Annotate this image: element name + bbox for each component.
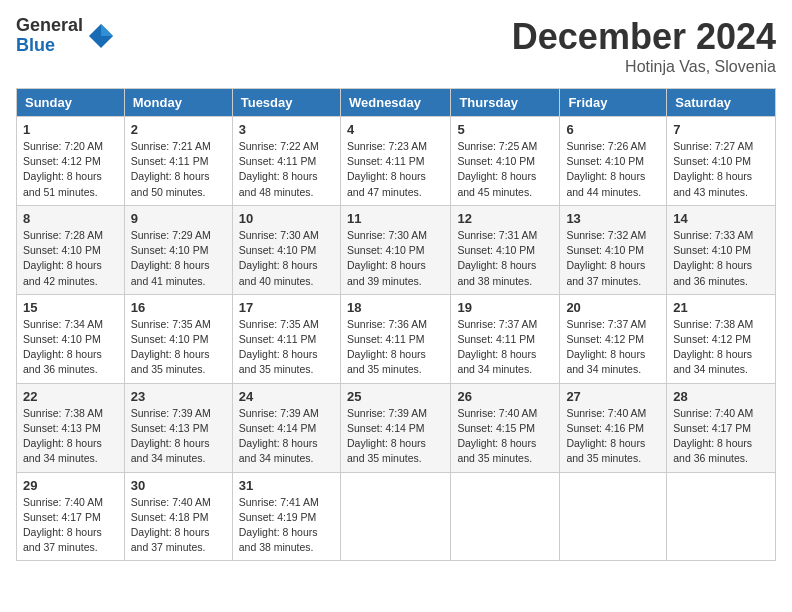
calendar-cell: 18Sunrise: 7:36 AMSunset: 4:11 PMDayligh… — [340, 294, 450, 383]
calendar-cell: 21Sunrise: 7:38 AMSunset: 4:12 PMDayligh… — [667, 294, 776, 383]
calendar-cell: 3Sunrise: 7:22 AMSunset: 4:11 PMDaylight… — [232, 117, 340, 206]
day-number: 1 — [23, 122, 118, 137]
calendar-cell: 1Sunrise: 7:20 AMSunset: 4:12 PMDaylight… — [17, 117, 125, 206]
day-info: Sunrise: 7:40 AMSunset: 4:18 PMDaylight:… — [131, 495, 226, 556]
day-info: Sunrise: 7:20 AMSunset: 4:12 PMDaylight:… — [23, 139, 118, 200]
day-number: 21 — [673, 300, 769, 315]
calendar-week-row: 22Sunrise: 7:38 AMSunset: 4:13 PMDayligh… — [17, 383, 776, 472]
calendar-cell: 2Sunrise: 7:21 AMSunset: 4:11 PMDaylight… — [124, 117, 232, 206]
calendar-cell: 5Sunrise: 7:25 AMSunset: 4:10 PMDaylight… — [451, 117, 560, 206]
logo: General Blue — [16, 16, 115, 56]
day-info: Sunrise: 7:40 AMSunset: 4:17 PMDaylight:… — [673, 406, 769, 467]
calendar-cell: 12Sunrise: 7:31 AMSunset: 4:10 PMDayligh… — [451, 205, 560, 294]
day-number: 6 — [566, 122, 660, 137]
day-number: 31 — [239, 478, 334, 493]
header-monday: Monday — [124, 89, 232, 117]
day-info: Sunrise: 7:31 AMSunset: 4:10 PMDaylight:… — [457, 228, 553, 289]
day-number: 15 — [23, 300, 118, 315]
day-info: Sunrise: 7:25 AMSunset: 4:10 PMDaylight:… — [457, 139, 553, 200]
day-info: Sunrise: 7:40 AMSunset: 4:16 PMDaylight:… — [566, 406, 660, 467]
day-number: 4 — [347, 122, 444, 137]
calendar-cell: 24Sunrise: 7:39 AMSunset: 4:14 PMDayligh… — [232, 383, 340, 472]
day-info: Sunrise: 7:35 AMSunset: 4:10 PMDaylight:… — [131, 317, 226, 378]
day-info: Sunrise: 7:36 AMSunset: 4:11 PMDaylight:… — [347, 317, 444, 378]
calendar-cell: 15Sunrise: 7:34 AMSunset: 4:10 PMDayligh… — [17, 294, 125, 383]
day-number: 13 — [566, 211, 660, 226]
day-number: 8 — [23, 211, 118, 226]
calendar-cell: 28Sunrise: 7:40 AMSunset: 4:17 PMDayligh… — [667, 383, 776, 472]
calendar-cell: 25Sunrise: 7:39 AMSunset: 4:14 PMDayligh… — [340, 383, 450, 472]
day-info: Sunrise: 7:28 AMSunset: 4:10 PMDaylight:… — [23, 228, 118, 289]
day-number: 25 — [347, 389, 444, 404]
day-number: 14 — [673, 211, 769, 226]
calendar-cell: 23Sunrise: 7:39 AMSunset: 4:13 PMDayligh… — [124, 383, 232, 472]
calendar-cell: 20Sunrise: 7:37 AMSunset: 4:12 PMDayligh… — [560, 294, 667, 383]
header-saturday: Saturday — [667, 89, 776, 117]
day-info: Sunrise: 7:22 AMSunset: 4:11 PMDaylight:… — [239, 139, 334, 200]
calendar-table: Sunday Monday Tuesday Wednesday Thursday… — [16, 88, 776, 561]
calendar-cell: 30Sunrise: 7:40 AMSunset: 4:18 PMDayligh… — [124, 472, 232, 561]
header-sunday: Sunday — [17, 89, 125, 117]
calendar-week-row: 8Sunrise: 7:28 AMSunset: 4:10 PMDaylight… — [17, 205, 776, 294]
day-number: 7 — [673, 122, 769, 137]
calendar-cell — [340, 472, 450, 561]
day-number: 30 — [131, 478, 226, 493]
day-number: 26 — [457, 389, 553, 404]
day-info: Sunrise: 7:38 AMSunset: 4:13 PMDaylight:… — [23, 406, 118, 467]
day-info: Sunrise: 7:27 AMSunset: 4:10 PMDaylight:… — [673, 139, 769, 200]
location: Hotinja Vas, Slovenia — [512, 58, 776, 76]
title-section: December 2024 Hotinja Vas, Slovenia — [512, 16, 776, 76]
logo-general: General — [16, 16, 83, 36]
calendar-week-row: 29Sunrise: 7:40 AMSunset: 4:17 PMDayligh… — [17, 472, 776, 561]
header-friday: Friday — [560, 89, 667, 117]
calendar-cell: 4Sunrise: 7:23 AMSunset: 4:11 PMDaylight… — [340, 117, 450, 206]
day-number: 16 — [131, 300, 226, 315]
day-info: Sunrise: 7:33 AMSunset: 4:10 PMDaylight:… — [673, 228, 769, 289]
header-thursday: Thursday — [451, 89, 560, 117]
day-number: 2 — [131, 122, 226, 137]
day-info: Sunrise: 7:37 AMSunset: 4:11 PMDaylight:… — [457, 317, 553, 378]
calendar-cell: 7Sunrise: 7:27 AMSunset: 4:10 PMDaylight… — [667, 117, 776, 206]
day-info: Sunrise: 7:40 AMSunset: 4:17 PMDaylight:… — [23, 495, 118, 556]
day-number: 3 — [239, 122, 334, 137]
day-number: 28 — [673, 389, 769, 404]
day-info: Sunrise: 7:30 AMSunset: 4:10 PMDaylight:… — [347, 228, 444, 289]
calendar-week-row: 15Sunrise: 7:34 AMSunset: 4:10 PMDayligh… — [17, 294, 776, 383]
day-info: Sunrise: 7:39 AMSunset: 4:14 PMDaylight:… — [239, 406, 334, 467]
day-info: Sunrise: 7:35 AMSunset: 4:11 PMDaylight:… — [239, 317, 334, 378]
header-tuesday: Tuesday — [232, 89, 340, 117]
day-info: Sunrise: 7:38 AMSunset: 4:12 PMDaylight:… — [673, 317, 769, 378]
calendar-cell: 22Sunrise: 7:38 AMSunset: 4:13 PMDayligh… — [17, 383, 125, 472]
day-number: 5 — [457, 122, 553, 137]
day-number: 23 — [131, 389, 226, 404]
day-number: 27 — [566, 389, 660, 404]
calendar-cell: 29Sunrise: 7:40 AMSunset: 4:17 PMDayligh… — [17, 472, 125, 561]
day-info: Sunrise: 7:41 AMSunset: 4:19 PMDaylight:… — [239, 495, 334, 556]
day-number: 10 — [239, 211, 334, 226]
day-number: 9 — [131, 211, 226, 226]
calendar-cell: 14Sunrise: 7:33 AMSunset: 4:10 PMDayligh… — [667, 205, 776, 294]
logo-blue: Blue — [16, 36, 83, 56]
day-number: 17 — [239, 300, 334, 315]
day-info: Sunrise: 7:37 AMSunset: 4:12 PMDaylight:… — [566, 317, 660, 378]
calendar-cell — [667, 472, 776, 561]
day-number: 29 — [23, 478, 118, 493]
svg-marker-1 — [101, 24, 113, 36]
calendar-cell: 10Sunrise: 7:30 AMSunset: 4:10 PMDayligh… — [232, 205, 340, 294]
calendar-cell: 26Sunrise: 7:40 AMSunset: 4:15 PMDayligh… — [451, 383, 560, 472]
day-info: Sunrise: 7:26 AMSunset: 4:10 PMDaylight:… — [566, 139, 660, 200]
day-number: 11 — [347, 211, 444, 226]
day-number: 20 — [566, 300, 660, 315]
calendar-cell: 9Sunrise: 7:29 AMSunset: 4:10 PMDaylight… — [124, 205, 232, 294]
day-info: Sunrise: 7:21 AMSunset: 4:11 PMDaylight:… — [131, 139, 226, 200]
day-number: 12 — [457, 211, 553, 226]
day-info: Sunrise: 7:39 AMSunset: 4:14 PMDaylight:… — [347, 406, 444, 467]
day-info: Sunrise: 7:30 AMSunset: 4:10 PMDaylight:… — [239, 228, 334, 289]
day-info: Sunrise: 7:23 AMSunset: 4:11 PMDaylight:… — [347, 139, 444, 200]
month-title: December 2024 — [512, 16, 776, 58]
day-info: Sunrise: 7:34 AMSunset: 4:10 PMDaylight:… — [23, 317, 118, 378]
calendar-cell: 8Sunrise: 7:28 AMSunset: 4:10 PMDaylight… — [17, 205, 125, 294]
day-number: 22 — [23, 389, 118, 404]
calendar-cell: 31Sunrise: 7:41 AMSunset: 4:19 PMDayligh… — [232, 472, 340, 561]
day-info: Sunrise: 7:29 AMSunset: 4:10 PMDaylight:… — [131, 228, 226, 289]
